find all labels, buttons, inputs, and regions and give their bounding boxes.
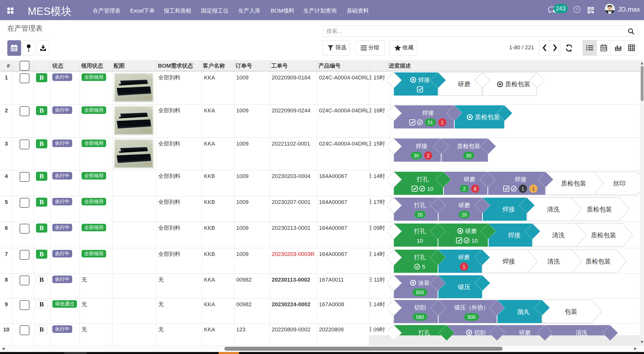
svg-text:包装: 包装 bbox=[565, 308, 577, 315]
svg-text:丝印: 丝印 bbox=[613, 180, 626, 187]
svg-text:10: 10 bbox=[427, 186, 433, 192]
svg-text:研磨: 研磨 bbox=[519, 329, 531, 336]
svg-text:580: 580 bbox=[416, 314, 424, 320]
svg-text:打孔: 打孔 bbox=[417, 176, 428, 183]
svg-text:切割: 切割 bbox=[474, 329, 486, 336]
svg-text:焊接: 焊接 bbox=[416, 143, 427, 149]
svg-text:焊接: 焊接 bbox=[502, 206, 515, 213]
svg-text:清洗: 清洗 bbox=[552, 232, 565, 239]
svg-text:清洗: 清洗 bbox=[547, 258, 560, 265]
svg-text:1: 1 bbox=[532, 186, 535, 192]
svg-text:20: 20 bbox=[417, 212, 423, 217]
svg-text:质检包装: 质检包装 bbox=[475, 113, 500, 120]
svg-text:焊接: 焊接 bbox=[418, 76, 430, 83]
svg-text:30: 30 bbox=[466, 153, 471, 158]
svg-text:清洗: 清洗 bbox=[547, 206, 559, 213]
svg-text:10: 10 bbox=[417, 238, 423, 244]
svg-text:1: 1 bbox=[441, 120, 444, 125]
svg-text:打孔: 打孔 bbox=[414, 228, 426, 234]
svg-text:清洗: 清洗 bbox=[576, 329, 587, 336]
svg-text:抛丸: 抛丸 bbox=[517, 308, 530, 315]
svg-text:焊接: 焊接 bbox=[502, 258, 515, 265]
svg-text:打孔: 打孔 bbox=[414, 254, 426, 260]
svg-text:质检包装: 质检包装 bbox=[585, 258, 611, 265]
svg-text:研磨: 研磨 bbox=[458, 202, 470, 208]
svg-text:20: 20 bbox=[461, 212, 467, 217]
svg-text:30: 30 bbox=[413, 153, 419, 158]
svg-text:500: 500 bbox=[416, 290, 424, 295]
svg-text:2: 2 bbox=[427, 153, 429, 158]
svg-text:8: 8 bbox=[474, 186, 476, 192]
svg-text:打孔: 打孔 bbox=[414, 202, 426, 208]
svg-text:研磨: 研磨 bbox=[465, 228, 477, 234]
svg-text:质检包装: 质检包装 bbox=[587, 206, 612, 213]
svg-text:5: 5 bbox=[422, 264, 425, 270]
svg-text:锻压（外协）: 锻压（外协） bbox=[454, 304, 489, 311]
svg-text:质检包装: 质检包装 bbox=[505, 80, 530, 87]
svg-text:切割: 切割 bbox=[414, 304, 426, 311]
svg-text:焊接: 焊接 bbox=[508, 232, 520, 239]
svg-text:500: 500 bbox=[467, 314, 476, 320]
svg-text:锻压: 锻压 bbox=[458, 283, 470, 290]
svg-text:51: 51 bbox=[427, 120, 433, 125]
svg-text:1: 1 bbox=[463, 264, 465, 270]
svg-text:焊接: 焊接 bbox=[515, 176, 526, 183]
svg-text:1: 1 bbox=[521, 186, 524, 192]
svg-text:涂装: 涂装 bbox=[418, 280, 430, 286]
svg-text:质检包装: 质检包装 bbox=[457, 143, 480, 149]
svg-text:研磨: 研磨 bbox=[464, 176, 475, 183]
svg-text:质检包装: 质检包装 bbox=[561, 180, 586, 187]
svg-text:质检包装: 质检包装 bbox=[591, 232, 616, 239]
svg-text:打孔: 打孔 bbox=[418, 329, 430, 336]
svg-text:20 10 5:17: 20 10 5:17 bbox=[143, 97, 153, 99]
svg-text:20 10 5:17: 20 10 5:17 bbox=[143, 163, 153, 165]
svg-text:2: 2 bbox=[463, 186, 466, 192]
svg-text:10: 10 bbox=[471, 238, 477, 244]
svg-text:研磨: 研磨 bbox=[458, 80, 470, 87]
svg-text:研磨: 研磨 bbox=[458, 254, 470, 260]
svg-text:焊接: 焊接 bbox=[422, 110, 434, 116]
svg-text:20 10 5:17: 20 10 5:17 bbox=[143, 129, 153, 132]
